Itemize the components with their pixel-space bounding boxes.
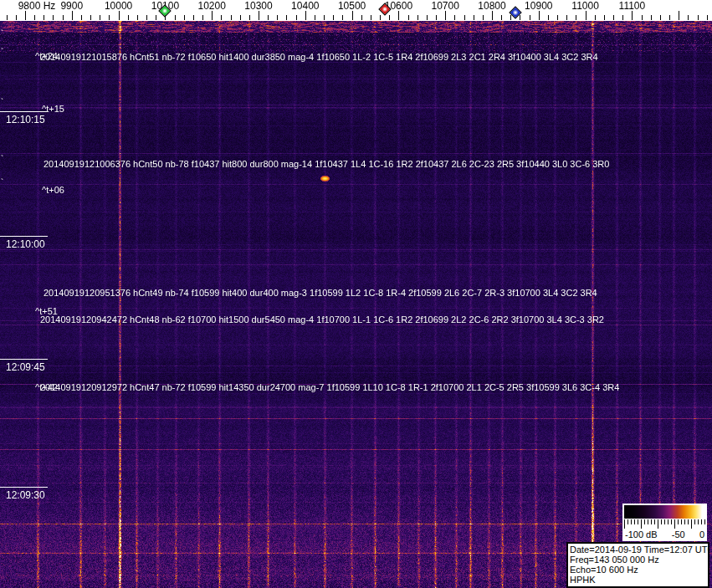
- edge-tick-mark: `: [1, 32, 3, 37]
- scale-tick-marks: [624, 519, 705, 529]
- frequency-label: 10400: [291, 1, 319, 11]
- timestamp-label: 12:10:15: [6, 115, 45, 125]
- detection-log-line: 20140919120912972 hCnt47 nb-72 f10599 hi…: [40, 383, 619, 392]
- scale-label-mid: -50: [672, 530, 685, 539]
- meteor-echo-spectrogram-window: 9800 Hz990010000101001020010300104001050…: [0, 0, 712, 588]
- edge-tick-mark: `: [1, 100, 3, 105]
- frequency-label: 10300: [244, 1, 272, 11]
- timestamp-label: 12:10:00: [6, 239, 45, 249]
- frequency-label: 10900: [525, 1, 552, 11]
- color-gradient-bar: [624, 505, 705, 519]
- detection-log-line: 20140919120942472 hCnt48 nb-62 f10700 hi…: [40, 315, 604, 325]
- edge-tick-mark: `: [1, 50, 3, 55]
- time-tick-line: [0, 359, 48, 360]
- scale-label-min: -100 dB: [625, 530, 658, 539]
- time-tick-line: [0, 487, 48, 488]
- frequency-label: 11000: [571, 1, 598, 11]
- info-echo-frequency: Echo=10 600 Hz: [570, 565, 706, 575]
- db-color-scale: -100 dB -50 0: [622, 504, 707, 541]
- frequency-label: 9900: [60, 1, 83, 11]
- info-station-id: HPHK: [570, 575, 706, 585]
- info-date-time: Date=2014-09-19 Time=12:07 UTC: [570, 545, 706, 555]
- frequency-label: 10700: [432, 1, 459, 11]
- info-frequency: Freq=143 050 000 Hz: [570, 555, 706, 565]
- timestamp-label: 12:09:45: [6, 362, 45, 372]
- time-tick-line: [0, 111, 48, 112]
- frequency-label: 10000: [105, 1, 132, 11]
- scale-label-max: 0: [699, 530, 704, 539]
- scale-labels: -100 dB -50 0: [625, 530, 704, 539]
- frequency-label: 9800 Hz: [18, 1, 56, 11]
- frequency-label: 10500: [338, 1, 366, 11]
- detection-log-line: 20140919121015876 hCnt51 nb-72 f10650 hi…: [40, 53, 598, 62]
- detection-log-line: 20140919121006376 hCnt50 nb-78 f10437 hi…: [44, 160, 609, 169]
- timestamp-label: 12:09:30: [6, 490, 45, 500]
- edge-tick-mark: `: [1, 157, 3, 162]
- frequency-label: 10800: [478, 1, 505, 11]
- event-time-marker: ^t+15: [42, 105, 64, 114]
- time-tick-line: [0, 236, 48, 237]
- frequency-ruler[interactable]: 9800 Hz990010000101001020010300104001050…: [0, 0, 712, 21]
- status-info-box: Date=2014-09-19 Time=12:07 UTC Freq=143 …: [566, 542, 709, 588]
- event-time-marker: ^t+06: [42, 186, 64, 195]
- waterfall-spectrogram[interactable]: [0, 21, 712, 588]
- frequency-label: 11100: [619, 1, 646, 11]
- detection-log-line: 20140919120951376 hCnt49 nb-74 f10599 hi…: [44, 289, 597, 298]
- frequency-label: 10200: [198, 1, 226, 11]
- edge-tick-mark: `: [1, 181, 3, 186]
